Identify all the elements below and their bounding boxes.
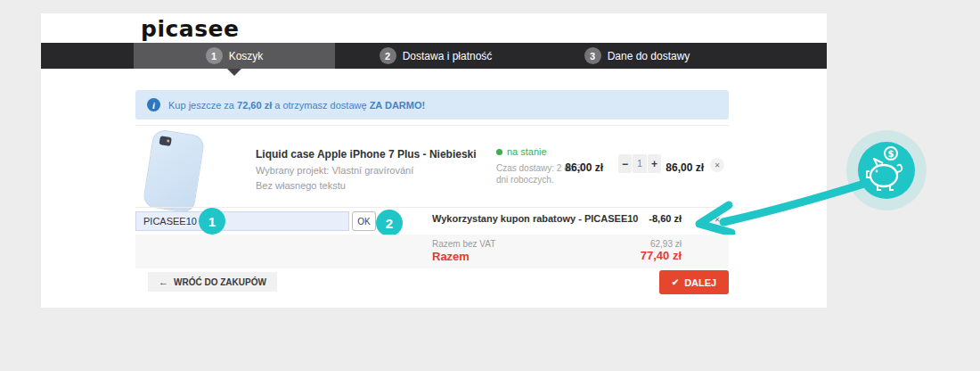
next-step-button[interactable]: ✔ DALEJ bbox=[659, 270, 729, 294]
step-label: Dane do dostawy bbox=[608, 50, 690, 62]
camera-detail bbox=[159, 136, 171, 146]
delivery-time-line2: dni roboczych. bbox=[496, 175, 553, 185]
stock-dot-icon bbox=[496, 149, 502, 155]
piggy-bank-icon: $ bbox=[858, 142, 915, 199]
row-divider bbox=[135, 207, 729, 208]
product-image bbox=[142, 128, 205, 214]
stock-label: na stanie bbox=[507, 146, 547, 157]
tutorial-badge-1: 1 bbox=[199, 208, 225, 235]
coupon-apply-button[interactable]: OK bbox=[352, 211, 376, 231]
unit-price: 86,00 zł bbox=[545, 161, 603, 174]
product-project-line: Wybrany projekt: Vlastní gravírování bbox=[256, 165, 413, 176]
remove-product-button[interactable]: ✕ bbox=[710, 158, 724, 172]
row-divider bbox=[135, 125, 729, 126]
tab-delivery-data[interactable]: 3 Dane do dostawy bbox=[536, 43, 738, 69]
grand-total-label: Razem bbox=[432, 250, 470, 263]
step-number-badge: 2 bbox=[380, 47, 396, 64]
promo-arrow-icon bbox=[686, 172, 873, 235]
next-button-label: DALEJ bbox=[684, 277, 716, 288]
quantity-decrease-button[interactable]: − bbox=[618, 154, 632, 173]
net-total-label: Razem bez VAT bbox=[432, 239, 495, 249]
page: picasee 1 Koszyk 2 Dostawa i płatność 3 … bbox=[0, 0, 980, 371]
svg-text:$: $ bbox=[888, 149, 894, 159]
stock-status: na stanie bbox=[496, 146, 547, 157]
coupon-discount-value: -8,60 zł bbox=[624, 213, 682, 224]
step-label: Koszyk bbox=[229, 50, 264, 62]
banner-text: Kup jeszcze za 72,60 zł a otrzymasz dost… bbox=[168, 100, 425, 111]
info-icon: i bbox=[147, 98, 160, 111]
check-icon: ✔ bbox=[672, 277, 679, 287]
free-shipping-banner: i Kup jeszcze za 72,60 zł a otrzymasz do… bbox=[135, 90, 729, 120]
net-total-value: 62,93 zł bbox=[624, 239, 682, 249]
back-button-label: WRÓĆ DO ZAKUPÓW bbox=[174, 277, 266, 287]
product-title: Liquid case Apple iPhone 7 Plus - Niebie… bbox=[256, 148, 477, 161]
tutorial-badge-2: 2 bbox=[376, 210, 403, 236]
back-to-shopping-button[interactable]: ← WRÓĆ DO ZAKUPÓW bbox=[148, 272, 277, 292]
step-number-badge: 3 bbox=[584, 47, 601, 64]
step-number-badge: 1 bbox=[206, 47, 223, 64]
checkout-steps-nav: 1 Koszyk 2 Dostawa i płatność 3 Dane do … bbox=[41, 43, 827, 69]
product-text-line: Bez własnego tekstu bbox=[256, 180, 346, 191]
active-tab-pointer bbox=[227, 69, 241, 76]
quantity-value: 1 bbox=[633, 154, 647, 173]
quantity-stepper: − 1 + bbox=[618, 154, 661, 173]
left-arrow-icon: ← bbox=[159, 276, 168, 287]
brand-logo[interactable]: picasee bbox=[141, 15, 239, 44]
tab-delivery-payment[interactable]: 2 Dostawa i płatność bbox=[335, 43, 536, 69]
applied-coupon-label: Wykorzystany kupon rabatowy - PICASEE10 bbox=[432, 213, 638, 224]
coupon-code-input[interactable] bbox=[135, 211, 349, 231]
step-label: Dostawa i płatność bbox=[403, 50, 493, 62]
tab-cart[interactable]: 1 Koszyk bbox=[134, 43, 335, 69]
grand-total-value: 77,40 zł bbox=[624, 249, 682, 262]
checkout-card: picasee 1 Koszyk 2 Dostawa i płatność 3 … bbox=[41, 13, 827, 308]
